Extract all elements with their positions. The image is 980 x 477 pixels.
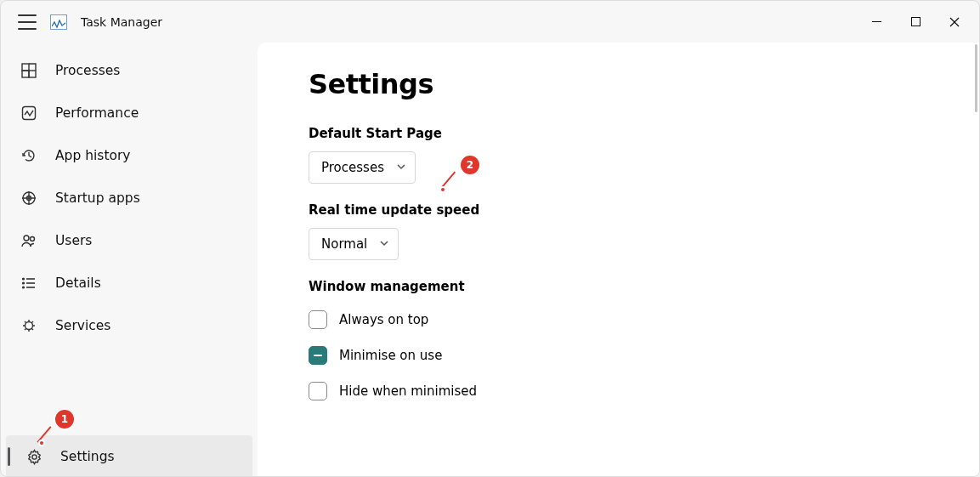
nav-label: Services bbox=[55, 318, 110, 333]
content-pane: Settings Default Start Page Processes Re… bbox=[258, 43, 979, 477]
svg-rect-6 bbox=[29, 71, 36, 77]
nav-item-services[interactable]: Services bbox=[1, 304, 258, 347]
details-icon bbox=[20, 275, 38, 291]
hamburger-menu-button[interactable] bbox=[18, 13, 37, 31]
maximize-button[interactable] bbox=[896, 9, 935, 35]
nav-label: Settings bbox=[60, 449, 115, 464]
svg-rect-1 bbox=[911, 18, 920, 26]
nav-item-app-history[interactable]: App history bbox=[1, 134, 258, 177]
app-title: Task Manager bbox=[81, 15, 162, 29]
services-icon bbox=[20, 318, 38, 333]
svg-point-22 bbox=[23, 287, 25, 288]
update-speed-label: Real time update speed bbox=[309, 202, 979, 218]
scrollbar[interactable] bbox=[975, 44, 977, 112]
minimise-on-use-label: Minimise on use bbox=[339, 348, 442, 363]
dropdown-value: Normal bbox=[321, 236, 367, 252]
dropdown-value: Processes bbox=[321, 160, 384, 175]
hide-when-minimised-checkbox[interactable] bbox=[309, 382, 327, 400]
titlebar: Task Manager bbox=[1, 1, 979, 43]
annotation-dot-2 bbox=[439, 186, 446, 193]
startup-icon bbox=[20, 190, 38, 206]
svg-point-12 bbox=[24, 236, 29, 241]
nav-label: Startup apps bbox=[55, 190, 140, 206]
processes-icon bbox=[20, 63, 38, 78]
performance-icon bbox=[20, 105, 38, 121]
nav-label: Users bbox=[55, 233, 92, 248]
default-start-page-label: Default Start Page bbox=[309, 126, 979, 141]
chevron-down-icon bbox=[396, 160, 406, 175]
history-icon bbox=[20, 148, 38, 163]
nav-item-processes[interactable]: Processes bbox=[1, 49, 258, 92]
page-title: Settings bbox=[309, 68, 979, 100]
nav-label: Details bbox=[55, 275, 101, 291]
sidebar: Processes Performance App history Startu… bbox=[1, 43, 258, 477]
annotation-dot-1 bbox=[38, 440, 45, 446]
hide-when-minimised-label: Hide when minimised bbox=[339, 383, 477, 399]
default-start-page-dropdown[interactable]: Processes bbox=[309, 151, 416, 184]
annotation-badge-2: 2 bbox=[461, 156, 479, 174]
update-speed-dropdown[interactable]: Normal bbox=[309, 228, 399, 260]
annotation-badge-1: 1 bbox=[55, 410, 74, 429]
minimise-on-use-checkbox[interactable] bbox=[309, 346, 327, 365]
always-on-top-checkbox[interactable] bbox=[309, 310, 327, 329]
svg-rect-4 bbox=[22, 64, 29, 71]
always-on-top-label: Always on top bbox=[339, 312, 428, 327]
svg-point-24 bbox=[31, 454, 36, 458]
nav-item-users[interactable]: Users bbox=[1, 219, 258, 262]
nav-label: Performance bbox=[55, 105, 139, 121]
close-button[interactable] bbox=[935, 9, 974, 35]
settings-icon bbox=[25, 449, 43, 465]
nav-item-performance[interactable]: Performance bbox=[1, 92, 258, 134]
nav-item-startup-apps[interactable]: Startup apps bbox=[1, 177, 258, 219]
svg-point-23 bbox=[25, 322, 33, 330]
svg-point-13 bbox=[31, 237, 35, 241]
svg-point-20 bbox=[23, 278, 25, 280]
app-icon bbox=[50, 14, 67, 30]
minimize-button[interactable] bbox=[857, 9, 896, 35]
chevron-down-icon bbox=[379, 236, 389, 252]
window-management-label: Window management bbox=[309, 279, 979, 294]
nav-label: App history bbox=[55, 148, 131, 163]
users-icon bbox=[20, 233, 38, 248]
task-manager-window: Task Manager Processes Performance Ap bbox=[0, 0, 980, 477]
svg-point-21 bbox=[23, 282, 25, 284]
svg-rect-5 bbox=[22, 71, 29, 77]
nav-item-details[interactable]: Details bbox=[1, 262, 258, 304]
nav-label: Processes bbox=[55, 63, 120, 78]
